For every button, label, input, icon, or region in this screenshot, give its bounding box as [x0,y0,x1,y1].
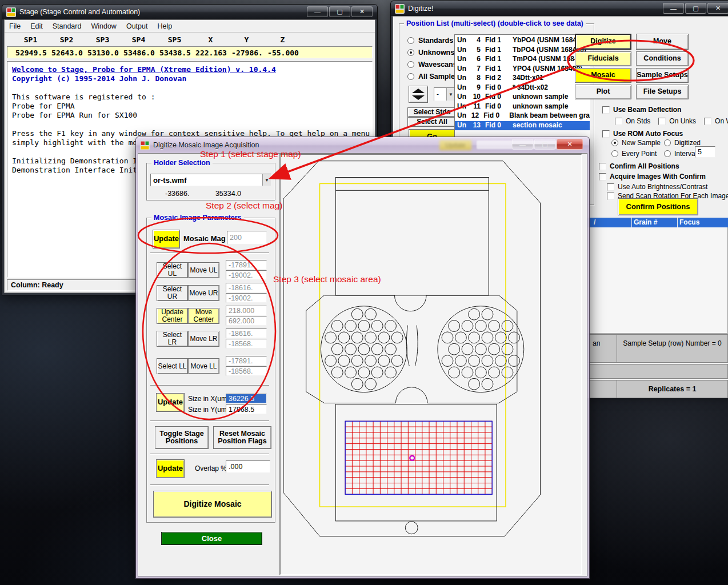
checkbox-confirm-all-positions[interactable]: Confirm All Positions [599,162,679,170]
move-lr-button[interactable]: Move LR [188,331,219,347]
radio-standards[interactable]: Standards [407,34,459,46]
checkbox-use-auto-brightness-contrast[interactable]: Use Auto Brightness/Contrast [607,183,707,191]
size-y-input[interactable]: 17968.5 [226,404,267,414]
menu-item-file[interactable]: File [9,22,21,30]
checkbox-on-unks[interactable]: On Unks [658,117,696,125]
radio-all-samples[interactable]: All Samples [407,70,459,82]
select-lr-button[interactable]: Select LR [157,331,188,347]
maximize-icon[interactable]: ▢ [329,6,350,17]
close-button[interactable]: Close [161,532,262,545]
minimize-icon[interactable]: — [663,3,684,14]
move-center-button[interactable]: Move Center [188,308,219,324]
update-center-button[interactable]: Update Center [157,308,188,324]
toggle-stage-positions-button[interactable]: Toggle Stage Positions [155,426,209,449]
fiducials-button[interactable]: Fiducials [575,51,631,66]
overlap-input[interactable]: .000 [226,460,270,473]
close-icon[interactable]: ✕ [707,3,728,14]
digitize-button[interactable]: Digitize [575,34,631,50]
coordinate-value: -18616. [226,283,267,292]
file-setups-button[interactable]: File Setups [636,85,689,99]
checkbox-on-wavs[interactable]: On Wavs [704,117,728,125]
select-all-button[interactable]: Select All [407,117,457,127]
updown-spinner-button[interactable] [409,86,428,103]
reset-mosaic-position-flags-button[interactable]: Reset Mosaic Position Flags [213,426,271,449]
position-list-item[interactable]: Un12Fid 0Blank beam between gra [455,111,590,121]
mosaic-button[interactable]: Mosaic [575,68,631,83]
checkbox-send-scan-rotation-for-each-image[interactable]: Send Scan Rotation For Each Image [607,192,728,200]
radio-digitized[interactable]: Digitized [664,139,717,147]
maximize-icon[interactable]: ▢ [685,3,706,14]
position-list-item[interactable]: Un7Fid 1YPO4 (USNM 168499) [455,65,590,74]
stage-map-canvas[interactable] [279,154,582,575]
menu-item-standard[interactable]: Standard [53,22,82,30]
checkbox-acquire-images-with-confirm[interactable]: Acquire Images With Confirm [599,173,706,181]
radio-unknowns[interactable]: Unknowns [407,46,459,58]
interval-input[interactable]: 5 [695,146,715,158]
radio-new-sample[interactable]: New Sample [611,139,664,147]
select-ul-button[interactable]: Select UL [157,262,188,278]
sample-hole [502,367,513,378]
digitize-mosaic-button[interactable]: Digitize Mosaic [153,491,272,518]
select-stds-button[interactable]: Select Stds [407,107,457,117]
move-button[interactable]: Move [636,34,689,50]
position-type: Un [457,55,471,65]
section-outline [335,404,497,520]
position-number: 11 [471,102,481,112]
menu-item-edit[interactable]: Edit [30,22,43,30]
close-icon[interactable]: ✕ [557,139,583,150]
chevron-down-icon[interactable]: ▼ [262,174,271,186]
move-ur-button[interactable]: Move UR [188,285,219,301]
sample-hole [378,332,390,343]
position-type: Un [457,83,471,93]
close-icon[interactable]: ✕ [351,6,373,17]
checkbox-on-stds[interactable]: On Stds [615,117,650,125]
checkbox-use-rom-auto-focus[interactable]: Use ROM Auto Focus [602,130,683,138]
position-list-item[interactable]: Un9Fid 0* 34Dtt-x02 [455,83,590,93]
mosaic-parameters-group: Mosaic Image Parameters Update Mosaic Ma… [146,218,275,523]
size-x-input[interactable]: 36226.3 [226,394,267,403]
update-size-button[interactable]: Update [156,393,185,412]
checkbox-label: On Stds [626,117,650,125]
updown-selector[interactable]: - ▼ [434,87,455,101]
sp-header-cell: SP1 [13,34,49,46]
position-list-item[interactable]: Un11Fid 0unknown sample [455,102,590,112]
chevron-down-icon[interactable]: ▼ [446,88,455,101]
position-list-item[interactable]: Un5Fid 1TbPO4 (USNM 168496) [455,46,590,55]
radio-every-point[interactable]: Every Point [611,150,664,158]
position-fiducial: Fid 1 [485,36,509,46]
position-list-item[interactable]: Un13Fid 0section mosaic [455,121,590,131]
position-list-item[interactable]: Un10Fid 0unknown sample [455,93,590,102]
position-list-item[interactable]: Un8Fid 234Dtt-x01 [455,74,590,83]
menu-item-window[interactable]: Window [91,22,116,30]
sample-setups-button[interactable]: Sample Setups [636,68,689,83]
move-ul-button[interactable]: Move UL [188,262,219,278]
select-ur-button[interactable]: Select UR [157,285,188,301]
position-name: unknown sample [513,93,568,102]
position-list-item[interactable]: Un6Fid 1TmPO4 (USNM 168497) [455,55,590,65]
radio-wavescans[interactable]: Wavescans [407,58,459,70]
minimize-icon[interactable]: — [307,6,328,17]
conditions-button[interactable]: Conditions [636,51,689,66]
select-ll-button[interactable]: Select LL [157,358,188,374]
position-name: section mosaic [513,121,562,131]
mount-neck-lines [406,326,418,366]
digitize-titlebar[interactable]: Digitize! — ▢ ✕ [391,1,728,16]
update-overlap-button[interactable]: Update [156,459,185,478]
menu-item-help[interactable]: Help [157,22,172,30]
confirm-positions-button[interactable]: Confirm Positions [618,198,698,215]
mosaic-titlebar[interactable]: Digitize Mosaic Image Acquisition Update… [136,137,589,153]
coordinate-value: -19002. [226,270,267,280]
plot-button[interactable]: Plot [575,85,631,99]
sample-hole [391,332,403,343]
move-ll-button[interactable]: Move LL [188,358,219,374]
minimize-icon[interactable]: — [512,139,533,150]
position-list-item[interactable]: Un4Fid 1YbPO4 (USNM 168498) [455,36,590,46]
menu-item-output[interactable]: Output [126,22,148,30]
position-number: 12 [470,111,479,121]
maximize-icon[interactable]: ▢ [534,139,555,150]
holder-file-dropdown[interactable]: or-ts.wmf ▼ [150,174,271,186]
stage-titlebar[interactable]: Stage (Stage Control and Automation) — ▢… [2,5,377,19]
sample-hole [489,320,500,332]
sp-header-cell: SP3 [85,34,121,46]
checkbox-use-beam-deflection[interactable]: Use Beam Deflection [602,106,681,114]
